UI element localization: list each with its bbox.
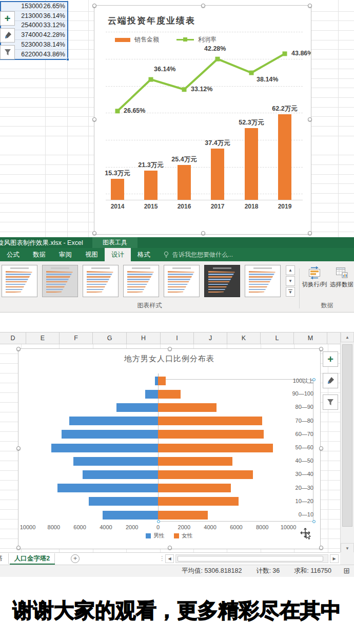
male-bar-20—30[interactable] bbox=[57, 484, 158, 492]
column-header-L[interactable]: L bbox=[261, 333, 294, 344]
gallery-scroll-up[interactable]: ▲ bbox=[286, 265, 295, 275]
vertical-scrollbar[interactable]: ▲ ▼ bbox=[340, 332, 354, 554]
switch-row-column-button[interactable]: 切换行/列 bbox=[300, 264, 329, 300]
resize-handle[interactable] bbox=[319, 446, 323, 450]
chart-style-thumbnail-5[interactable] bbox=[164, 265, 200, 297]
female-bar-10—20[interactable] bbox=[158, 497, 239, 506]
gallery-scroll-down[interactable]: ▼ bbox=[286, 276, 295, 286]
male-bar-90—100[interactable] bbox=[145, 390, 158, 399]
resize-handle[interactable] bbox=[92, 117, 96, 121]
chart-style-thumbnail-1[interactable] bbox=[2, 265, 37, 297]
sheet-tab-partial[interactable]: 塔 bbox=[0, 553, 9, 564]
hscroll-left-button[interactable]: ◀ bbox=[165, 554, 174, 563]
gallery-more-button[interactable]: ▼ bbox=[286, 287, 295, 297]
cell-profit-rate[interactable]: 36.14% bbox=[45, 11, 68, 21]
legend-item-女性[interactable]: 女性 bbox=[174, 532, 193, 539]
chart-elements-button[interactable]: + bbox=[0, 11, 15, 26]
selection-handle[interactable] bbox=[312, 520, 316, 523]
chart-filter-button[interactable] bbox=[0, 45, 15, 59]
normal-view-icon[interactable]: ⊞ bbox=[343, 566, 350, 575]
resize-handle[interactable] bbox=[308, 4, 312, 8]
resize-handle[interactable] bbox=[92, 231, 96, 235]
male-bar-10—20[interactable] bbox=[89, 497, 158, 506]
resize-handle[interactable] bbox=[16, 446, 21, 450]
resize-handle[interactable] bbox=[319, 546, 323, 550]
scroll-up-button[interactable]: ▲ bbox=[341, 332, 354, 342]
column-header-F[interactable]: F bbox=[60, 333, 93, 344]
male-bar-0—10[interactable] bbox=[103, 511, 158, 520]
column-header-I[interactable]: I bbox=[161, 333, 194, 344]
chart-style-thumbnail-3[interactable] bbox=[83, 265, 119, 297]
female-bar-30—40[interactable] bbox=[158, 470, 253, 479]
profit-rate-line[interactable] bbox=[94, 6, 311, 234]
resize-handle[interactable] bbox=[308, 231, 312, 235]
male-bar-60—70[interactable] bbox=[62, 430, 158, 439]
line-marker-2019[interactable] bbox=[283, 51, 287, 56]
resize-handle[interactable] bbox=[168, 546, 172, 550]
cell-profit-rate[interactable]: 38.14% bbox=[45, 40, 68, 50]
female-bar-90—100[interactable] bbox=[158, 390, 181, 399]
cell-profit-rate[interactable]: 33.12% bbox=[45, 21, 68, 31]
chart-style-thumbnail-4[interactable] bbox=[123, 265, 159, 297]
tell-me-search[interactable]: 告诉我您想要做什么... bbox=[163, 248, 233, 261]
ribbon-tab-数据[interactable]: 数据 bbox=[26, 248, 52, 261]
female-bar-0—10[interactable] bbox=[158, 511, 208, 520]
ribbon-tab-审阅[interactable]: 审阅 bbox=[52, 248, 78, 261]
horizontal-scrollbar[interactable] bbox=[175, 554, 328, 563]
male-bar-30—40[interactable] bbox=[83, 470, 158, 479]
line-marker-2017[interactable] bbox=[215, 57, 220, 61]
chart-filter-button[interactable] bbox=[323, 394, 338, 410]
line-marker-2015[interactable] bbox=[149, 77, 153, 82]
line-marker-2016[interactable] bbox=[182, 87, 187, 92]
cell-sales-value[interactable]: 153000 bbox=[0, 2, 45, 11]
chart-elements-button[interactable]: + bbox=[323, 351, 338, 367]
male-bar-80—90[interactable] bbox=[116, 403, 158, 412]
resize-handle[interactable] bbox=[201, 4, 205, 8]
female-bar-100以上[interactable] bbox=[158, 377, 166, 385]
selection-handle[interactable] bbox=[157, 520, 160, 523]
column-header-E[interactable]: E bbox=[26, 333, 60, 344]
resize-handle[interactable] bbox=[308, 117, 312, 121]
chart-style-thumbnail-6[interactable] bbox=[204, 265, 240, 297]
column-header-K[interactable]: K bbox=[227, 333, 261, 344]
female-bar-50—60[interactable] bbox=[158, 444, 273, 452]
column-header-H[interactable]: H bbox=[127, 333, 161, 344]
resize-handle[interactable] bbox=[319, 347, 323, 351]
column-header-D[interactable]: D bbox=[0, 333, 26, 344]
female-bar-40—50[interactable] bbox=[158, 457, 232, 466]
column-header-M[interactable]: M bbox=[294, 333, 327, 344]
horizontal-scroll-thumb[interactable] bbox=[178, 556, 323, 562]
ribbon-tab-格式[interactable]: 格式 bbox=[131, 248, 157, 261]
resize-handle[interactable] bbox=[201, 231, 205, 235]
cell-profit-rate[interactable]: 42.28% bbox=[45, 30, 68, 40]
female-bar-20—30[interactable] bbox=[158, 484, 231, 492]
female-bar-80—90[interactable] bbox=[158, 403, 217, 412]
line-marker-2018[interactable] bbox=[249, 71, 254, 75]
male-bar-70—80[interactable] bbox=[69, 417, 158, 425]
column-header-G[interactable]: G bbox=[93, 333, 127, 344]
ribbon-tab-设计[interactable]: 设计 bbox=[105, 248, 131, 261]
male-bar-50—60[interactable] bbox=[51, 444, 158, 452]
male-bar-40—50[interactable] bbox=[73, 457, 158, 466]
chart-style-button[interactable] bbox=[0, 28, 15, 43]
resize-handle[interactable] bbox=[168, 347, 172, 351]
contextual-tab-chart-tools[interactable]: 图表工具 bbox=[92, 237, 137, 248]
chart-style-button[interactable] bbox=[323, 373, 338, 388]
resize-handle[interactable] bbox=[16, 347, 21, 351]
chart-style-thumbnail-7[interactable] bbox=[245, 265, 281, 297]
resize-handle[interactable] bbox=[92, 4, 96, 8]
cell-profit-rate[interactable]: 26.65% bbox=[45, 2, 68, 11]
scroll-down-button[interactable]: ▼ bbox=[341, 543, 354, 553]
combo-chart[interactable]: 云端投资年度业绩表 销售金额 利润率 15.3万元201421.3万元20152… bbox=[94, 5, 311, 235]
resize-handle[interactable] bbox=[16, 546, 21, 550]
line-marker-2014[interactable] bbox=[115, 109, 120, 113]
ribbon-tab-公式[interactable]: 公式 bbox=[0, 248, 26, 261]
column-header-J[interactable]: J bbox=[194, 333, 227, 344]
select-data-button[interactable]: 选择数据 bbox=[327, 264, 354, 300]
column-header-partial[interactable] bbox=[327, 333, 340, 344]
ribbon-tab-视图[interactable]: 视图 bbox=[78, 248, 105, 261]
chart-style-thumbnail-2[interactable] bbox=[42, 265, 78, 297]
cell-profit-rate[interactable]: 43.86% bbox=[45, 50, 68, 59]
female-bar-60—70[interactable] bbox=[158, 430, 264, 439]
legend-item-男性[interactable]: 男性 bbox=[146, 532, 165, 539]
